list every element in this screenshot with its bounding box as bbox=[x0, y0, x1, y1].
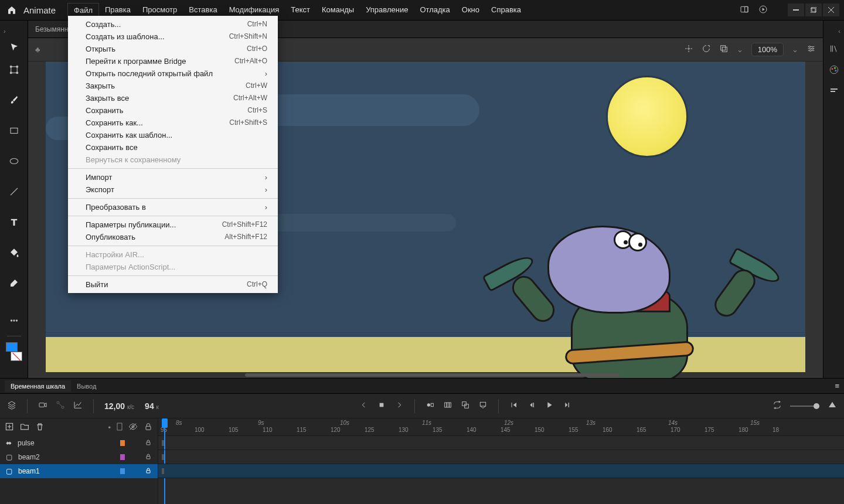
home-button[interactable] bbox=[5, 3, 19, 17]
menu-item[interactable]: Перейти к программе BridgeCtrl+Alt+O bbox=[68, 55, 278, 67]
menu-item[interactable]: Сохранить все bbox=[68, 141, 278, 154]
menu-управление[interactable]: Управление bbox=[360, 3, 414, 18]
menu-item[interactable]: Открыть последний открытый файл› bbox=[68, 67, 278, 80]
fit-timeline-icon[interactable] bbox=[828, 400, 837, 411]
next-keyframe-icon[interactable] bbox=[394, 400, 404, 411]
menu-item[interactable]: Закрыть всеCtrl+Alt+W bbox=[68, 92, 278, 104]
menu-item[interactable]: ВыйтиCtrl+Q bbox=[68, 278, 278, 291]
prev-keyframe-icon[interactable] bbox=[359, 400, 369, 411]
scene-icon[interactable]: ♣ bbox=[35, 45, 40, 54]
minimize-button[interactable] bbox=[788, 4, 804, 16]
menu-справка[interactable]: Справка bbox=[485, 3, 527, 18]
menu-просмотр[interactable]: Просмотр bbox=[137, 3, 183, 18]
outline-icon[interactable] bbox=[117, 423, 122, 433]
menu-окно[interactable]: Окно bbox=[456, 3, 485, 18]
rotate-view-icon[interactable] bbox=[702, 44, 711, 55]
document-tab[interactable]: Безымянн bbox=[35, 25, 68, 33]
paint-bucket-tool[interactable] bbox=[5, 243, 23, 262]
menu-item[interactable]: Сохранить как шаблон... bbox=[68, 129, 278, 141]
zoom-dropdown-icon[interactable]: ⌄ bbox=[792, 45, 798, 54]
layer-row[interactable]: ▢beam2 bbox=[0, 450, 158, 464]
menu-модификация[interactable]: Модификация bbox=[223, 3, 285, 18]
highlight-icon[interactable]: • bbox=[108, 423, 111, 432]
frames-panel[interactable]: 8s9s10s11s12s13s14s15s951001051101151201… bbox=[158, 418, 844, 504]
loop-icon[interactable] bbox=[772, 400, 782, 411]
collapse-toolbar-icon[interactable]: › bbox=[4, 28, 6, 35]
horizontal-scrollbar[interactable] bbox=[245, 373, 620, 377]
menu-отладка[interactable]: Отладка bbox=[414, 3, 455, 18]
timeline-tab[interactable]: Временная шкала bbox=[5, 380, 71, 392]
eraser-tool[interactable] bbox=[5, 274, 23, 292]
ellipse-tool[interactable] bbox=[5, 152, 23, 171]
text-tool[interactable] bbox=[5, 213, 23, 231]
lock-icon[interactable] bbox=[145, 453, 152, 462]
visibility-icon[interactable] bbox=[128, 422, 138, 433]
menu-правка[interactable]: Правка bbox=[99, 3, 137, 18]
selection-tool[interactable] bbox=[5, 38, 23, 57]
stop-icon[interactable] bbox=[377, 400, 386, 411]
layer-row[interactable]: ⬌pulse bbox=[0, 436, 158, 450]
close-button[interactable] bbox=[823, 4, 839, 16]
step-back-icon[interactable] bbox=[527, 400, 536, 411]
go-to-first-icon[interactable] bbox=[509, 400, 519, 411]
menu-item[interactable]: ЗакрытьCtrl+W bbox=[68, 80, 278, 92]
zoom-field[interactable]: 100% bbox=[751, 43, 784, 56]
menu-item[interactable]: ОпубликоватьAlt+Shift+F12 bbox=[68, 231, 278, 243]
clip-icon[interactable] bbox=[719, 44, 729, 55]
panel-menu-icon[interactable]: ≡ bbox=[835, 382, 839, 390]
stroke-color-swatch[interactable] bbox=[11, 352, 22, 361]
onion-skin-icon[interactable] bbox=[443, 400, 452, 411]
menu-файл[interactable]: Файл bbox=[67, 3, 99, 18]
fill-color-swatch[interactable] bbox=[6, 342, 18, 352]
align-panel-icon[interactable] bbox=[829, 86, 839, 97]
camera-icon[interactable] bbox=[38, 400, 47, 411]
settings-icon[interactable] bbox=[806, 44, 816, 55]
frames-track[interactable] bbox=[158, 450, 844, 464]
frames-track[interactable] bbox=[158, 436, 844, 450]
maximize-button[interactable] bbox=[805, 4, 822, 16]
play-icon[interactable] bbox=[758, 5, 768, 16]
menu-item[interactable]: Создать...Ctrl+N bbox=[68, 18, 278, 30]
output-tab[interactable]: Вывод bbox=[71, 380, 102, 392]
new-folder-icon[interactable] bbox=[20, 422, 29, 433]
frames-track[interactable] bbox=[158, 464, 844, 478]
menu-команды[interactable]: Команды bbox=[316, 3, 360, 18]
frame-display[interactable]: 94 к bbox=[145, 401, 159, 411]
fps-display[interactable]: 12,00 к/с bbox=[104, 401, 134, 411]
insert-keyframe-icon[interactable] bbox=[426, 400, 435, 411]
layer-view-icon[interactable] bbox=[7, 400, 16, 411]
marker-icon[interactable] bbox=[478, 400, 488, 411]
play-button[interactable] bbox=[544, 400, 554, 411]
color-panel-icon[interactable] bbox=[829, 64, 839, 77]
menu-item[interactable]: Параметры публикации...Ctrl+Shift+F12 bbox=[68, 219, 278, 231]
line-tool[interactable] bbox=[5, 182, 23, 201]
lock-icon[interactable] bbox=[144, 422, 153, 433]
menu-item[interactable]: Преобразовать в› bbox=[68, 201, 278, 213]
menu-вставка[interactable]: Вставка bbox=[183, 3, 223, 18]
rectangle-tool[interactable] bbox=[5, 121, 23, 140]
lock-icon[interactable] bbox=[145, 467, 152, 476]
new-layer-icon[interactable] bbox=[5, 422, 14, 433]
menu-item[interactable]: ОткрытьCtrl+O bbox=[68, 43, 278, 55]
timeline-zoom-slider[interactable] bbox=[790, 406, 819, 407]
chevron-down-icon[interactable]: ⌄ bbox=[737, 45, 743, 54]
workspace-switcher-icon[interactable] bbox=[740, 5, 749, 16]
menu-item[interactable]: Создать из шаблона...Ctrl+Shift+N bbox=[68, 30, 278, 43]
clip-center-icon[interactable] bbox=[684, 44, 693, 55]
graph-icon[interactable] bbox=[73, 400, 83, 411]
menu-item[interactable]: Сохранить как...Ctrl+Shift+S bbox=[68, 117, 278, 129]
step-forward-icon[interactable] bbox=[562, 400, 571, 411]
menu-item[interactable]: Экспорт› bbox=[68, 183, 278, 196]
delete-layer-icon[interactable] bbox=[35, 422, 45, 433]
brush-tool[interactable] bbox=[5, 91, 23, 110]
lock-icon[interactable] bbox=[145, 439, 152, 448]
menu-item[interactable]: Импорт› bbox=[68, 171, 278, 183]
menu-item[interactable]: СохранитьCtrl+S bbox=[68, 104, 278, 117]
edit-multiple-frames-icon[interactable] bbox=[461, 400, 470, 411]
menu-текст[interactable]: Текст bbox=[285, 3, 316, 18]
expand-panel-icon[interactable]: ‹ bbox=[838, 28, 840, 35]
more-tools[interactable] bbox=[5, 311, 23, 330]
free-transform-tool[interactable] bbox=[5, 60, 23, 79]
layer-row[interactable]: ▢beam1 bbox=[0, 464, 158, 478]
library-panel-icon[interactable] bbox=[829, 44, 839, 55]
